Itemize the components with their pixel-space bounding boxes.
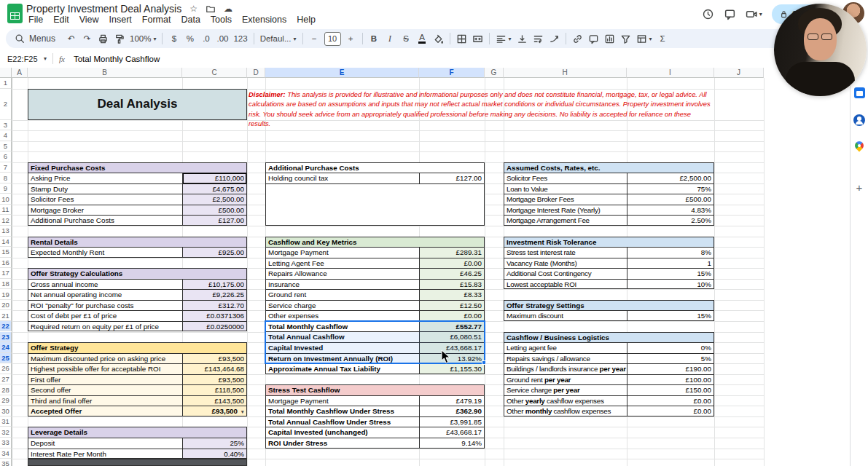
row-header-7[interactable]: 7 [0, 162, 12, 173]
more-formats-button[interactable]: 123 [231, 31, 249, 47]
row-header-35[interactable]: 35 [0, 459, 12, 466]
cell-label[interactable]: Asking Price [28, 173, 182, 183]
chevron-down-icon[interactable]: ▾ [759, 11, 762, 17]
cell-label[interactable]: Service charge per year [504, 385, 627, 395]
increase-font-size-button[interactable]: + [343, 31, 359, 47]
cell-value[interactable]: £43,668.17 [419, 427, 484, 438]
cell-value[interactable]: £3,991.85 [419, 417, 484, 427]
cell-label[interactable]: Buildings / landlords insurance per year [504, 364, 627, 374]
cell-label[interactable]: Required return on equity per £1 of pric… [28, 322, 182, 332]
decrease-font-size-button[interactable]: − [307, 31, 322, 47]
menu-data[interactable]: Data [176, 14, 205, 25]
cell-value[interactable]: £0.00 [419, 311, 484, 321]
row-header-2[interactable]: 2 [0, 89, 12, 120]
cell-label[interactable]: Mortgage Payment [266, 396, 419, 406]
column-header-I[interactable]: I [627, 68, 714, 78]
cell-value[interactable]: £6,080.51 [419, 332, 484, 342]
column-header-G[interactable]: G [485, 68, 504, 78]
cell-value[interactable]: £118,500 [182, 385, 246, 395]
vertical-align-button[interactable] [515, 31, 530, 47]
text-rotation-button[interactable] [547, 31, 562, 47]
cell-value[interactable]: £362.90 [419, 406, 484, 416]
cell-label[interactable]: Solicitor Fees [28, 194, 182, 205]
row-header-34[interactable]: 34 [0, 449, 12, 459]
cell-value[interactable]: £289.31 [419, 248, 484, 258]
cell-label[interactable]: Vacancy Rate (Months) [504, 258, 627, 269]
paint-format-button[interactable] [112, 31, 127, 47]
text-wrap-button[interactable] [531, 31, 546, 47]
increase-decimals-button[interactable]: .00 [214, 31, 230, 47]
maps-icon[interactable] [853, 141, 865, 152]
star-icon[interactable]: ☆ [189, 4, 198, 14]
contacts-icon[interactable] [853, 114, 865, 126]
meet-camera-icon[interactable]: ▾ [746, 8, 762, 20]
table-title[interactable]: Cashflow / Business Logistics [504, 333, 713, 344]
table-title[interactable]: Leverage Details [28, 427, 246, 438]
borders-button[interactable] [454, 31, 469, 47]
currency-format-button[interactable]: $ [166, 31, 181, 47]
column-header-C[interactable]: C [182, 68, 247, 78]
cell-label[interactable]: Maximum discounted price on asking price [28, 354, 182, 364]
cell-label[interactable]: Mortgage Interest Rate (Yearly) [504, 205, 627, 216]
row-header-18[interactable]: 18 [0, 279, 12, 290]
cell-label[interactable]: Other yearly cashflow expenses [504, 396, 627, 406]
cell-label[interactable]: Approximate Annual Tax Liability [266, 364, 419, 374]
cell-value[interactable]: £190.00 [627, 364, 713, 374]
cell-label[interactable]: Insurance [266, 280, 419, 290]
formula-input[interactable]: Total Monthly Cashflow [74, 55, 160, 63]
cell-value[interactable]: £925.00 [182, 248, 246, 258]
table-views-button[interactable]: ▾ [634, 31, 654, 47]
table-title[interactable]: Additional Purchase Costs [266, 163, 484, 174]
add-addon-icon[interactable]: + [856, 181, 863, 194]
table-title[interactable]: Stress Test Cashflow [266, 385, 484, 396]
cell-label[interactable]: Total Annual Cashflow Under Stress [266, 417, 419, 427]
cell-value[interactable]: £93,500▼ [182, 406, 246, 416]
row-header-13[interactable]: 13 [0, 226, 12, 237]
select-all-corner[interactable] [0, 68, 12, 78]
cell-value[interactable]: £143,464.68 [182, 364, 246, 374]
row-header-27[interactable]: 27 [0, 374, 12, 385]
cell-label[interactable]: Interest Rate Per Month [28, 449, 182, 459]
menu-edit[interactable]: Edit [48, 14, 74, 25]
document-title[interactable]: Property Investment Deal Analysis [26, 3, 181, 15]
create-filter-button[interactable] [618, 31, 633, 47]
percent-format-button[interactable]: % [182, 31, 198, 47]
cell-value[interactable]: £9,226.25 [182, 290, 246, 300]
insert-comment-button[interactable] [586, 31, 601, 47]
undo-button[interactable]: ↶ [63, 31, 79, 47]
cell-value[interactable]: 0.40% [182, 449, 246, 459]
cell-value[interactable]: £10,175.00 [182, 280, 246, 290]
column-header-A[interactable]: A [12, 68, 28, 78]
row-header-33[interactable]: 33 [0, 438, 12, 449]
row-header-32[interactable]: 32 [0, 427, 12, 438]
cell-value[interactable]: £2,500.00 [627, 173, 713, 183]
cell-value[interactable]: £1,155.30 [419, 364, 484, 374]
cell-label[interactable]: Mortgage Broker [28, 205, 182, 216]
cell-value[interactable]: 4.83% [627, 205, 713, 216]
column-header-D[interactable]: D [247, 68, 265, 78]
cell-value[interactable]: £0.0371306 [182, 311, 246, 321]
cell-label[interactable]: Capital Invested [266, 343, 419, 353]
menu-tools[interactable]: Tools [206, 14, 237, 25]
strikethrough-button[interactable]: S [399, 31, 414, 47]
row-header-30[interactable]: 30 [0, 406, 12, 416]
cell-value[interactable]: £127.00 [419, 173, 484, 183]
cell-label[interactable]: Additional Purchase Costs [28, 216, 182, 226]
cell-value[interactable]: £500.00 [182, 205, 246, 216]
cell-value[interactable]: 13.92% [419, 354, 484, 364]
cell-value[interactable]: £8.33 [419, 290, 484, 300]
cell-label[interactable]: ROI Under Stress [266, 438, 419, 449]
redo-button[interactable]: ↷ [79, 31, 95, 47]
cell-value[interactable]: 0% [627, 343, 713, 353]
row-header-16[interactable]: 16 [0, 258, 12, 269]
row-header-17[interactable]: 17 [0, 268, 12, 279]
menu-view[interactable]: View [74, 14, 104, 25]
functions-button[interactable]: Σ [655, 31, 670, 47]
fill-color-button[interactable] [431, 31, 446, 47]
cell-label[interactable]: Other expenses [266, 311, 419, 321]
menu-extensions[interactable]: Extensions [237, 14, 292, 25]
row-header-5[interactable]: 5 [0, 141, 12, 152]
cell-value[interactable]: £0.0250000 [182, 322, 246, 332]
row-header-22[interactable]: 22 [0, 321, 12, 332]
cell-label[interactable]: Accepted Offer [28, 406, 182, 416]
